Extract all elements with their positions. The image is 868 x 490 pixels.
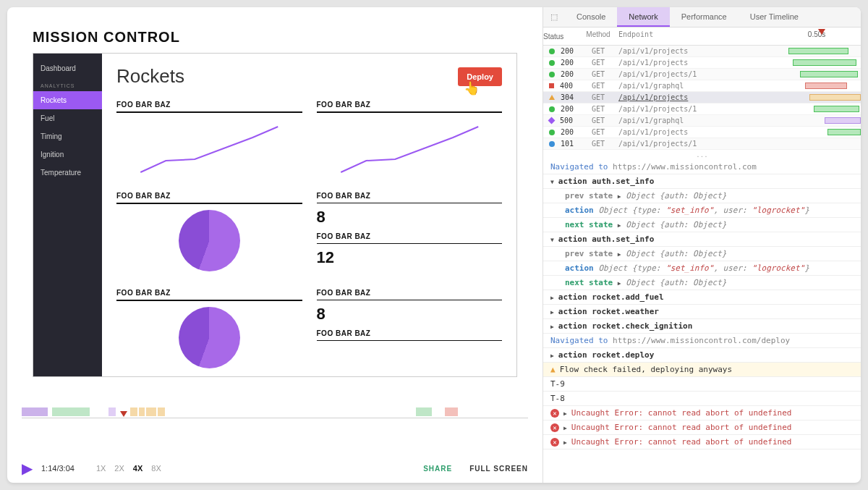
caret-right-icon[interactable] [618, 278, 621, 287]
caret-right-icon[interactable] [563, 423, 567, 432]
sidebar-item-fuel[interactable]: Fuel [33, 109, 102, 127]
play-button[interactable]: ▶ [22, 460, 33, 477]
network-row[interactable]: 200GET/api/v1/projects/1 [543, 104, 861, 115]
playback-time: 1:14/3:04 [41, 464, 75, 473]
error-icon: ✕ [550, 423, 559, 432]
caret-right-icon[interactable] [618, 249, 621, 258]
panel-pie-2: FOO BAR BAZ [116, 289, 302, 376]
network-row[interactable]: 400GET/api/v1/graphql [543, 80, 861, 92]
tab-user-timeline[interactable]: User Timeline [739, 7, 810, 27]
caret-right-icon[interactable] [550, 307, 554, 316]
sidebar-item-rockets[interactable]: Rockets [33, 91, 102, 109]
caret-down-icon[interactable] [550, 177, 554, 186]
time-marker-icon[interactable] [818, 29, 825, 35]
error-icon: ✕ [550, 438, 559, 447]
ellipsis: ... [543, 150, 861, 160]
caret-right-icon[interactable] [550, 292, 554, 302]
caret-down-icon[interactable] [550, 235, 554, 244]
network-row[interactable]: 200GET/api/v1/projects [543, 57, 861, 69]
sidebar-item-temperature[interactable]: Temperature [33, 164, 102, 182]
panel-pie-1: FOO BAR BAZ [116, 192, 302, 280]
timeline[interactable] [7, 403, 542, 454]
page-heading: Rockets [116, 65, 184, 88]
fullscreen-button[interactable]: FULL SCREEN [469, 465, 528, 473]
share-button[interactable]: SHARE [423, 465, 452, 473]
app-preview: Dashboard ANALYTICS Rockets Fuel Timing … [33, 53, 517, 377]
speed-8x[interactable]: 8X [151, 464, 161, 473]
inspect-icon[interactable]: ⬚ [543, 7, 565, 27]
speed-4x[interactable]: 4X [133, 464, 142, 473]
network-row[interactable]: 101GET/api/v1/projects/1 [543, 138, 861, 150]
network-row[interactable]: 304GET/api/v1/projects [543, 92, 861, 104]
network-row[interactable]: 200GET/api/v1/projects [543, 46, 861, 57]
caret-right-icon[interactable] [550, 350, 554, 360]
caret-right-icon[interactable] [618, 191, 621, 200]
sidebar-section-analytics: ANALYTICS [33, 77, 102, 91]
caret-right-icon[interactable] [563, 408, 567, 418]
network-rows: 200GET/api/v1/projects200GET/api/v1/proj… [543, 46, 861, 150]
panel-chart-1: FOO BAR BAZ [116, 101, 302, 183]
network-row[interactable]: 500GET/api/v1/graphql [543, 115, 861, 127]
speed-1x[interactable]: 1X [96, 464, 106, 473]
tab-network[interactable]: Network [617, 7, 669, 27]
timeline-marker-icon[interactable] [120, 411, 127, 417]
panel-nums: FOO BAR BAZ 8 FOO BAR BAZ 12 [317, 192, 503, 280]
app-title: MISSION CONTROL [33, 29, 517, 46]
network-row[interactable]: 200GET/api/v1/projects/1 [543, 69, 861, 80]
caret-right-icon[interactable] [563, 437, 567, 447]
sidebar-item-timing[interactable]: Timing [33, 127, 102, 145]
countdown-1: T-9 [543, 377, 861, 392]
tab-console[interactable]: Console [565, 7, 617, 27]
deploy-button[interactable]: Deploy 👆 [458, 67, 502, 86]
panel-chart-2: FOO BAR BAZ [317, 101, 503, 183]
warning-icon: ▲ [550, 365, 556, 374]
sidebar-item-ignition[interactable]: Ignition [33, 145, 102, 164]
network-header: Status Method Endpoint 0.50s [543, 28, 861, 46]
app-sidebar: Dashboard ANALYTICS Rockets Fuel Timing … [33, 54, 102, 376]
tab-performance[interactable]: Performance [670, 7, 739, 27]
network-row[interactable]: 200GET/api/v1/projects [543, 127, 861, 138]
caret-right-icon[interactable] [550, 321, 554, 331]
console-area: Navigated to https://www.missioncontrol.… [543, 160, 861, 483]
sidebar-item-dashboard[interactable]: Dashboard [33, 59, 102, 77]
error-icon: ✕ [550, 409, 559, 418]
cursor-icon: 👆 [464, 80, 480, 96]
speed-2x[interactable]: 2X [114, 464, 124, 473]
panel-nums-2: FOO BAR BAZ 8 FOO BAR BAZ [317, 289, 503, 376]
caret-right-icon[interactable] [618, 220, 621, 229]
countdown-2: T-8 [543, 392, 861, 406]
